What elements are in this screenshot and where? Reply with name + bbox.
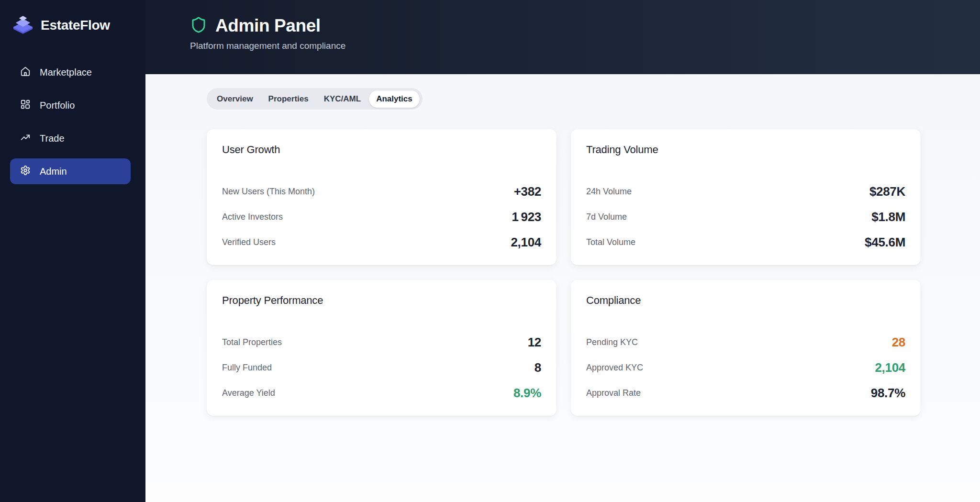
stat-value: $287K: [869, 184, 905, 199]
stat-row: Approval Rate 98.7%: [586, 384, 905, 402]
card-user-growth: User Growth New Users (This Month) +382 …: [207, 129, 557, 265]
tab-bar: Overview Properties KYC/AML Analytics: [207, 88, 423, 110]
stat-row: Total Volume $45.6M: [586, 234, 905, 251]
tab-kyc-aml[interactable]: KYC/AML: [317, 90, 368, 108]
sidebar: EstateFlow Marketplace Portfolio: [0, 0, 145, 502]
page-subtitle: Platform management and compliance: [190, 41, 980, 51]
stat-value: 12: [528, 335, 541, 350]
stat-label: Verified Users: [222, 237, 276, 247]
gear-icon: [20, 165, 31, 178]
tab-analytics[interactable]: Analytics: [369, 90, 420, 108]
topbar: Admin Panel Platform management and comp…: [145, 0, 980, 74]
tab-properties[interactable]: Properties: [261, 90, 316, 108]
stat-row: Average Yield 8.9%: [222, 384, 541, 402]
stat-row: New Users (This Month) +382: [222, 183, 541, 200]
tab-overview[interactable]: Overview: [210, 90, 260, 108]
sidebar-nav: Marketplace Portfolio Trade: [10, 59, 131, 184]
stat-value: 8.9%: [513, 386, 541, 401]
dashboard-grid-icon: [20, 99, 31, 112]
sidebar-item-label: Trade: [40, 133, 65, 144]
sidebar-item-label: Marketplace: [40, 67, 92, 78]
trending-up-icon: [20, 132, 31, 145]
card-title: User Growth: [222, 144, 541, 156]
sidebar-item-label: Admin: [40, 166, 67, 177]
shield-icon: [190, 16, 207, 35]
card-title: Trading Volume: [586, 144, 905, 156]
sidebar-item-trade[interactable]: Trade: [10, 125, 131, 151]
card-trading-volume: Trading Volume 24h Volume $287K 7d Volum…: [571, 129, 921, 265]
stat-row: Approved KYC 2,104: [586, 359, 905, 376]
stat-value: $1.8M: [871, 210, 905, 224]
stat-row: Pending KYC 28: [586, 334, 905, 351]
stat-label: Total Volume: [586, 237, 635, 247]
stat-label: Average Yield: [222, 388, 275, 398]
main-area: Admin Panel Platform management and comp…: [145, 0, 980, 502]
stat-label: New Users (This Month): [222, 187, 315, 197]
sidebar-item-admin[interactable]: Admin: [10, 158, 131, 184]
stat-row: Verified Users 2,104: [222, 234, 541, 251]
card-title: Compliance: [586, 294, 905, 307]
stat-row: 24h Volume $287K: [586, 183, 905, 200]
page-title: Admin Panel: [215, 16, 321, 36]
stat-value: 28: [892, 335, 905, 350]
card-property-performance: Property Performance Total Properties 12…: [207, 280, 557, 416]
stat-label: Pending KYC: [586, 337, 638, 347]
sidebar-item-marketplace[interactable]: Marketplace: [10, 59, 131, 85]
card-title: Property Performance: [222, 294, 541, 307]
sidebar-item-portfolio[interactable]: Portfolio: [10, 92, 131, 118]
stat-label: 24h Volume: [586, 187, 632, 197]
stat-label: 7d Volume: [586, 212, 627, 222]
stat-value: 2,104: [511, 235, 541, 250]
stat-row: Total Properties 12: [222, 334, 541, 351]
stat-value: 2,104: [875, 360, 905, 375]
home-icon: [20, 66, 31, 79]
stat-row: Active Investors 1 923: [222, 208, 541, 225]
stat-value: +382: [514, 184, 541, 199]
card-compliance: Compliance Pending KYC 28 Approved KYC 2…: [571, 280, 921, 416]
stat-value: $45.6M: [865, 235, 905, 250]
stat-value: 1 923: [512, 210, 541, 224]
stat-row: Fully Funded 8: [222, 359, 541, 376]
sidebar-item-label: Portfolio: [40, 100, 75, 111]
stat-value: 8: [535, 360, 541, 375]
stat-label: Approved KYC: [586, 363, 643, 373]
stat-label: Active Investors: [222, 212, 283, 222]
brand-name: EstateFlow: [41, 18, 110, 33]
content-area: Overview Properties KYC/AML Analytics Us…: [145, 74, 980, 502]
stat-value: 98.7%: [871, 386, 905, 401]
estateflow-logo-icon: [12, 13, 34, 37]
brand[interactable]: EstateFlow: [10, 13, 131, 37]
analytics-cards-grid: User Growth New Users (This Month) +382 …: [207, 129, 980, 416]
stat-row: 7d Volume $1.8M: [586, 208, 905, 225]
stat-label: Fully Funded: [222, 363, 272, 373]
stat-label: Approval Rate: [586, 388, 641, 398]
stat-label: Total Properties: [222, 337, 282, 347]
